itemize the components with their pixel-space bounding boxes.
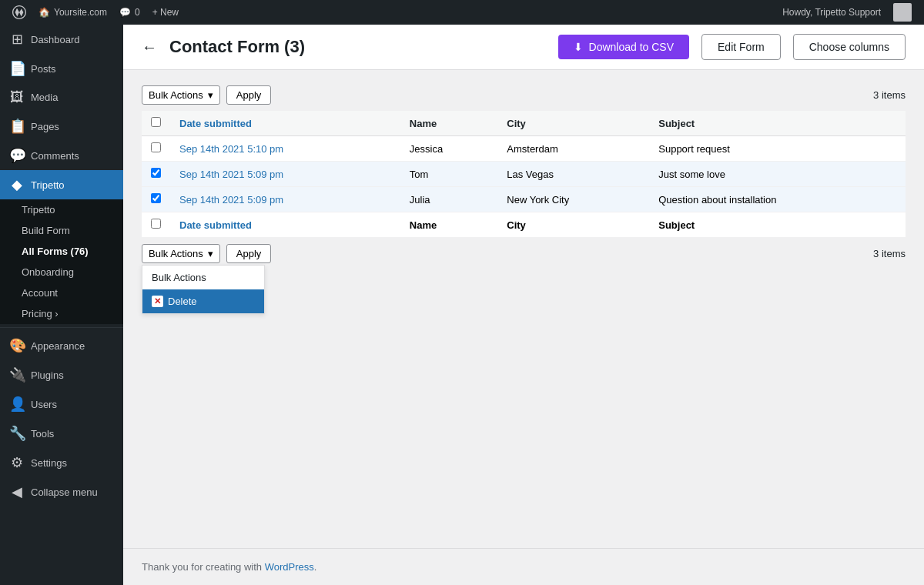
table-footer-subject: Subject [649, 212, 906, 238]
sidebar-item-plugins[interactable]: 🔌 Plugins [0, 360, 123, 389]
content-area: Bulk Actions ▾ Apply 3 items [123, 70, 924, 548]
back-button[interactable]: ← [142, 38, 157, 56]
top-bulk-actions-button[interactable]: Bulk Actions ▾ [142, 85, 220, 105]
dropdown-item-bulk-actions[interactable]: Bulk Actions [142, 266, 264, 289]
download-csv-button[interactable]: ⬇ Download to CSV [558, 35, 690, 59]
city-cell: Las Vegas [497, 162, 649, 187]
tools-icon: 🔧 [9, 425, 25, 442]
admin-bar: 🏠 Yoursite.com 💬 0 + New Howdy, Tripetto… [0, 0, 924, 25]
select-all-footer-checkbox[interactable] [151, 219, 161, 229]
sidebar-submenu: Tripetto Build Form All Forms (76) Onboa… [0, 199, 123, 324]
subject-cell: Just some love [649, 162, 906, 187]
table-footer-city: City [497, 212, 649, 238]
table-header-name: Name [400, 111, 497, 136]
dashboard-icon: ⊞ [9, 31, 25, 48]
sidebar-submenu-build-form[interactable]: Build Form [0, 220, 123, 241]
bottom-bulk-actions-button[interactable]: Bulk Actions ▾ [142, 244, 220, 263]
name-cell: Jessica [400, 136, 497, 162]
collapse-icon: ◀ [9, 483, 25, 500]
sidebar-item-appearance[interactable]: 🎨 Appearance [0, 331, 123, 360]
plugins-icon: 🔌 [9, 366, 25, 383]
sidebar-item-dashboard[interactable]: ⊞ Dashboard [0, 25, 123, 54]
collapse-menu-btn[interactable]: ◀ Collapse menu [0, 477, 123, 506]
date-link[interactable]: Sep 14th 2021 5:10 pm [179, 143, 283, 155]
table-header-city: City [497, 111, 649, 136]
table-footer-row: Date submitted Name City Subject [142, 212, 906, 238]
sidebar-item-pages[interactable]: 📋 Pages [0, 112, 123, 141]
top-bulk-actions-wrapper: Bulk Actions ▾ [142, 85, 220, 105]
date-link[interactable]: Sep 14th 2021 5:09 pm [179, 194, 283, 206]
sidebar-submenu-onboarding[interactable]: Onboarding [0, 262, 123, 282]
sidebar-item-users[interactable]: 👤 Users [0, 389, 123, 419]
sidebar-submenu-account[interactable]: Account [0, 282, 123, 303]
row-checkbox[interactable] [151, 142, 161, 152]
bottom-bulk-actions-wrapper: Bulk Actions ▾ Bulk Actions ✕ Delete [142, 244, 220, 263]
date-submitted-footer-sort[interactable]: Date submitted [179, 219, 252, 231]
bottom-items-count: 3 items [873, 248, 906, 259]
tripetto-icon: ◆ [9, 176, 25, 193]
subject-cell: Support request [649, 136, 906, 162]
sidebar-submenu-pricing[interactable]: Pricing › [0, 303, 123, 324]
city-cell: Amsterdam [497, 136, 649, 162]
admin-bar-new[interactable]: + New [146, 0, 185, 25]
appearance-icon: 🎨 [9, 337, 25, 354]
date-submitted-sort[interactable]: Date submitted [179, 118, 252, 129]
choose-columns-button[interactable]: Choose columns [793, 34, 906, 60]
select-all-checkbox[interactable] [151, 117, 161, 127]
chevron-down-icon-bottom: ▾ [208, 248, 213, 259]
row-checkbox[interactable] [151, 168, 161, 178]
name-cell: Julia [400, 187, 497, 212]
edit-form-button[interactable]: Edit Form [701, 34, 781, 60]
sidebar-bottom-menu: 🎨 Appearance 🔌 Plugins 👤 Users 🔧 Tools ⚙… [0, 331, 123, 477]
table-footer-name: Name [400, 212, 497, 238]
top-apply-button[interactable]: Apply [226, 85, 272, 105]
name-cell: Tom [400, 162, 497, 187]
table-row: Sep 14th 2021 5:10 pmJessicaAmsterdamSup… [142, 136, 906, 162]
delete-x-icon: ✕ [152, 296, 163, 307]
media-icon: 🖼 [9, 89, 25, 105]
top-toolbar: Bulk Actions ▾ Apply 3 items [142, 85, 906, 105]
row-checkbox[interactable] [151, 193, 161, 203]
table-row: Sep 14th 2021 5:09 pmTomLas VegasJust so… [142, 162, 906, 187]
table-header-row: Date submitted Name City Subject [142, 111, 906, 136]
chevron-down-icon: ▾ [208, 89, 213, 101]
settings-icon: ⚙ [9, 454, 25, 471]
download-icon: ⬇ [574, 41, 583, 53]
footer-wordpress-link[interactable]: WordPress [265, 561, 314, 573]
data-table: Date submitted Name City Subject Sep 14t… [142, 111, 906, 238]
page-header: ← Contact Form (3) ⬇ Download to CSV Edi… [123, 25, 924, 70]
table-header-date: Date submitted [170, 111, 400, 136]
users-icon: 👤 [9, 396, 25, 413]
sidebar-item-media[interactable]: 🖼 Media [0, 83, 123, 112]
admin-bar-avatar[interactable] [887, 0, 918, 25]
table-row: Sep 14th 2021 5:09 pmJuliaNew York CityQ… [142, 187, 906, 212]
sidebar-item-comments[interactable]: 💬 Comments [0, 141, 123, 170]
city-cell: New York City [497, 187, 649, 212]
bottom-apply-button[interactable]: Apply [226, 244, 272, 263]
sidebar-menu: ⊞ Dashboard 📄 Posts 🖼 Media 📋 Pages 💬 Co… [0, 25, 123, 199]
admin-bar-site[interactable]: 🏠 Yoursite.com [32, 0, 113, 25]
admin-bar-user: Howdy, Tripetto Support [776, 7, 887, 18]
sidebar-submenu-all-forms[interactable]: All Forms (76) [0, 241, 123, 262]
page-title: Contact Form (3) [169, 37, 305, 57]
sidebar-item-tools[interactable]: 🔧 Tools [0, 419, 123, 448]
table-footer-date: Date submitted [170, 212, 400, 238]
sidebar-item-posts[interactable]: 📄 Posts [0, 54, 123, 83]
sidebar-item-settings[interactable]: ⚙ Settings [0, 448, 123, 477]
bulk-actions-dropdown-menu: Bulk Actions ✕ Delete [142, 265, 265, 314]
subject-cell: Question about installation [649, 187, 906, 212]
sidebar: ⊞ Dashboard 📄 Posts 🖼 Media 📋 Pages 💬 Co… [0, 25, 123, 585]
bottom-toolbar: Bulk Actions ▾ Bulk Actions ✕ Delete [142, 244, 906, 263]
posts-icon: 📄 [9, 60, 25, 77]
admin-bar-wp[interactable] [6, 0, 32, 25]
top-items-count: 3 items [873, 89, 906, 101]
table-header-checkbox [142, 111, 170, 136]
pages-icon: 📋 [9, 118, 25, 135]
admin-bar-comments[interactable]: 💬 0 [113, 0, 146, 25]
table-header-subject: Subject [649, 111, 906, 136]
main-content: ← Contact Form (3) ⬇ Download to CSV Edi… [123, 25, 924, 585]
sidebar-submenu-tripetto[interactable]: Tripetto [0, 199, 123, 220]
dropdown-item-delete[interactable]: ✕ Delete [142, 289, 264, 313]
date-link[interactable]: Sep 14th 2021 5:09 pm [179, 169, 283, 180]
sidebar-item-tripetto[interactable]: ◆ Tripetto [0, 170, 123, 199]
